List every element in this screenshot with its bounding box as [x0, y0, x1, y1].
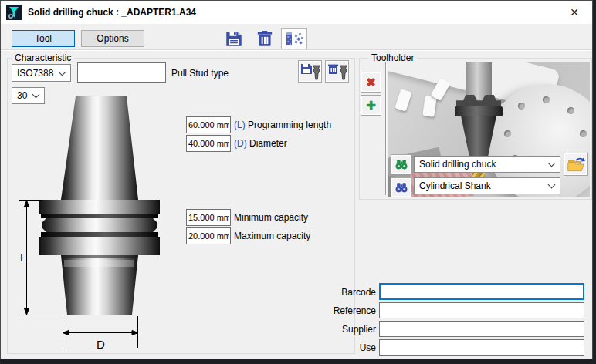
diameter-input[interactable]	[186, 135, 231, 152]
programming-length-text: Programming length	[248, 120, 331, 130]
diameter-label: (D) Diameter	[234, 138, 287, 149]
remove-icon: ✖	[366, 76, 376, 89]
shank-type-select[interactable]: Cylindrical Shank	[414, 177, 560, 194]
reference-input[interactable]	[379, 302, 584, 318]
tool-dialog: Solid drilling chuck : _ADAPTER1.A34 ✕ T…	[0, 0, 593, 359]
toolholder-flange	[455, 106, 503, 116]
spindle	[466, 62, 492, 99]
use-input[interactable]	[379, 339, 584, 356]
delete-toolholder-icon	[327, 62, 347, 81]
remove-toolholder-button[interactable]: ✖	[361, 72, 381, 93]
chevron-down-icon	[59, 68, 66, 76]
min-capacity-input[interactable]	[186, 209, 231, 226]
supplier-input[interactable]	[379, 321, 584, 337]
reference-label: Reference	[314, 305, 376, 316]
barcode-input[interactable]	[379, 283, 584, 300]
save-toolholder-icon	[300, 62, 320, 81]
standard-select[interactable]: ISO7388	[12, 64, 71, 82]
disc-hole	[543, 96, 550, 103]
holder-type-select[interactable]: Solid drilling chuck	[414, 156, 560, 173]
barcode-label: Barcode	[314, 287, 376, 298]
chevron-down-icon	[548, 160, 556, 167]
tool-pocket	[395, 89, 411, 111]
dim-label-length: L	[20, 251, 26, 264]
diameter-prefix: (D)	[234, 138, 247, 149]
toolholder-group-label: Toolholder	[368, 52, 417, 63]
holder-type-value: Solid drilling chuck	[419, 159, 496, 170]
disc-hole	[518, 103, 525, 110]
pull-stud-input[interactable]	[77, 62, 166, 83]
disc-hole	[504, 130, 511, 137]
chevron-down-icon	[548, 181, 556, 189]
tool-drawing: L D	[8, 93, 198, 356]
save-icon[interactable]	[224, 29, 244, 49]
toolholder-separator	[385, 62, 387, 195]
save-toolholder-button[interactable]	[298, 60, 322, 83]
supplier-label: Supplier	[314, 324, 376, 335]
window-title: Solid drilling chuck : _ADAPTER1.A34	[28, 7, 196, 18]
search-holder-button[interactable]	[391, 154, 411, 174]
standard-value: ISO7388	[17, 68, 53, 79]
disc-hole	[580, 130, 587, 137]
shank-type-value: Cylindrical Shank	[419, 180, 491, 191]
characteristic-group-label: Characteristic	[12, 52, 74, 63]
disc-hole	[567, 107, 574, 114]
open-folder-icon	[567, 156, 585, 173]
tool-break-button[interactable]	[281, 28, 307, 49]
dim-label-diameter: D	[97, 338, 105, 351]
tab-tool[interactable]: Tool	[12, 30, 75, 47]
use-label: Use	[314, 342, 376, 353]
programming-length-input[interactable]	[186, 116, 231, 133]
max-capacity-label: Maximum capacity	[234, 231, 310, 241]
programming-length-prefix: (L)	[234, 120, 246, 130]
toolbar-separator	[1, 49, 592, 51]
pull-stud-label: Pull Stud type	[171, 68, 229, 79]
app-icon	[6, 5, 22, 20]
add-toolholder-button[interactable]: ✚	[361, 95, 381, 116]
add-icon: ✚	[366, 99, 376, 113]
delete-icon[interactable]	[255, 29, 275, 49]
binoculars-blue-icon	[395, 181, 408, 194]
delete-toolholder-button[interactable]	[325, 60, 349, 83]
open-holder-library-button[interactable]	[564, 153, 588, 176]
tab-options[interactable]: Options	[81, 30, 144, 47]
title-bar: Solid drilling chuck : _ADAPTER1.A34 ✕	[1, 1, 592, 24]
tool-pocket	[422, 96, 436, 117]
diameter-text: Diameter	[249, 138, 287, 149]
programming-length-label: (L) Programming length	[234, 120, 331, 130]
min-capacity-label: Minimum capacity	[234, 212, 308, 223]
max-capacity-input[interactable]	[186, 228, 231, 244]
binoculars-green-icon	[395, 158, 408, 170]
tool-break-icon	[284, 30, 304, 47]
search-shank-button[interactable]	[391, 177, 411, 197]
close-button[interactable]: ✕	[564, 4, 584, 21]
